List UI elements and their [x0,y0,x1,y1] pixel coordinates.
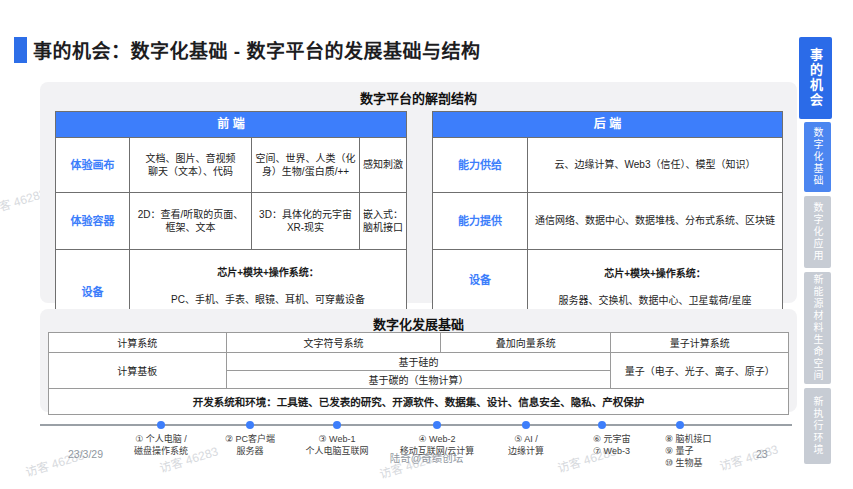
col-header-computing-system: 计算系统 [49,333,227,353]
col-header-quantum-system: 量子计算系统 [611,333,789,353]
table-row: 计算系统 文字符号系统 叠加向量系统 量子计算系统 [49,333,789,353]
anatomy-panel: 数字平台的解剖结构 前 端 体验画布 文档、图片、音视频 聊天（文本）、代码 空… [40,82,797,303]
row-label-experience-canvas: 体验画布 [56,138,130,193]
cell-dev-environment: 开发系统和环境：工具链、已发表的研究、开源软件、数据集、设计、信息安全、隐私、产… [49,389,789,415]
sidebar-item-shuzihua-jichu[interactable]: 数字化基础 [804,122,831,192]
timeline-dot [157,421,165,429]
footer-author: 陆奇@奇绩创坛 [390,450,464,465]
cell: 空间、世界、人类（化 身）生物/蛋白质/++ [252,138,360,193]
row-label-device: 设备 [433,250,528,311]
table-row: 计算基板 基于硅的 量子（电子、光子、离子、原子） [49,353,789,371]
cell-bold-title: 芯片+模块+操作系统： [133,266,403,280]
page-title: 事的机会：数字化基础 - 数字平台的发展基础与结构 [33,36,480,63]
footer-page-number: 23 [756,448,768,460]
cell-line: 服务器、交换机、数据中心、卫星载荷/星座 [559,295,752,306]
timeline-milestone-6: ⑥ 元宇宙 ⑦ Web-3 [593,433,631,457]
sidebar-item-shi-de-ji-hui[interactable]: 事的机会 [799,37,832,119]
frontend-header: 前 端 [56,112,407,138]
cell-bold-title: 芯片+模块+操作系统： [531,267,779,281]
col-header-vector-system: 叠加向量系统 [441,333,611,353]
cell: 嵌入式： 脑机接口 [360,193,407,250]
timeline-milestone-5: ⑤ AI / 边缘计算 [508,433,544,457]
timeline-dot [522,421,530,429]
backend-table: 后 端 能力供给 云、边缘计算、Web3（信任）、模型（知识） 能力提供 通信网… [432,111,783,311]
table-row: 能力供给 云、边缘计算、Web3（信任）、模型（知识） [433,138,783,193]
col-header-symbol-system: 文字符号系统 [226,333,441,353]
frontend-table: 前 端 体验画布 文档、图片、音视频 聊天（文本）、代码 空间、世界、人类（化 … [55,111,407,336]
timeline-dot [676,421,684,429]
cell-line: PC、手机、手表、眼镜、耳机、可穿戴设备 [171,294,365,305]
cell: 感知刺激 [360,138,407,193]
cell-quantum: 量子（电子、光子、离子、原子） [611,353,789,389]
row-label-capability-supply: 能力供给 [433,138,528,193]
cell-carbon: 基于碳的（生物计算） [226,371,611,389]
cell-silicon: 基于硅的 [226,353,611,371]
row-label-capability-provide: 能力提供 [433,193,528,250]
sidebar-item-xinnengyuan[interactable]: 新能源材料生命空间 [804,272,831,384]
foundation-table: 计算系统 文字符号系统 叠加向量系统 量子计算系统 计算基板 基于硅的 量子（电… [48,332,789,415]
cell: 文档、图片、音视频 聊天（文本）、代码 [130,138,252,193]
table-row: 能力提供 通信网络、数据中心、数据堆栈、分布式系统、区块链 [433,193,783,250]
table-row: 开发系统和环境：工具链、已发表的研究、开源软件、数据集、设计、信息安全、隐私、产… [49,389,789,415]
row-label-experience-container: 体验容器 [56,193,130,250]
cell: 2D：查看/听取的页面、 框架、文本 [130,193,252,250]
backend-header: 后 端 [433,112,783,138]
cell: 通信网络、数据中心、数据堆栈、分布式系统、区块链 [528,193,783,250]
table-row: 体验画布 文档、图片、音视频 聊天（文本）、代码 空间、世界、人类（化 身）生物… [56,138,407,193]
footer-date: 23/3/29 [68,448,103,460]
foundation-panel: 数字化发展基础 计算系统 文字符号系统 叠加向量系统 量子计算系统 计算基板 基… [40,309,797,412]
row-label-computing-substrate: 计算基板 [49,353,227,389]
timeline-dot [333,421,341,429]
timeline-milestone-7: ⑧ 脑机接口 ⑨ 量子 ⑩ 生物基 [665,433,712,469]
foundation-title: 数字化发展基础 [40,314,797,333]
timeline-milestone-2: ② PC客户端 服务器 [225,433,275,457]
timeline-milestone-1: ① 个人电脑 / 磁盘操作系统 [134,433,188,457]
cell: 3D：具体化的元宇宙 XR-现实 [252,193,360,250]
table-row: 体验容器 2D：查看/听取的页面、 框架、文本 3D：具体化的元宇宙 XR-现实… [56,193,407,250]
timeline-dot [246,421,254,429]
cell: 云、边缘计算、Web3（信任）、模型（知识） [528,138,783,193]
timeline-milestone-3: ③ Web-1 个人电脑互联网 [305,433,368,457]
sidebar-item-shuzihua-yingyong[interactable]: 数字化应用 [804,196,831,268]
timeline-dot [598,421,606,429]
cell-device-backend: 芯片+模块+操作系统： 服务器、交换机、数据中心、卫星载荷/星座 [528,250,783,311]
slide: 访客 46283 访客 46283 访客 46283 访客 46283 访客 4… [0,0,853,489]
table-row: 设备 芯片+模块+操作系统： 服务器、交换机、数据中心、卫星载荷/星座 [433,250,783,311]
anatomy-title: 数字平台的解剖结构 [40,88,797,107]
timeline-dot [433,421,441,429]
title-bullet-square [14,37,27,63]
